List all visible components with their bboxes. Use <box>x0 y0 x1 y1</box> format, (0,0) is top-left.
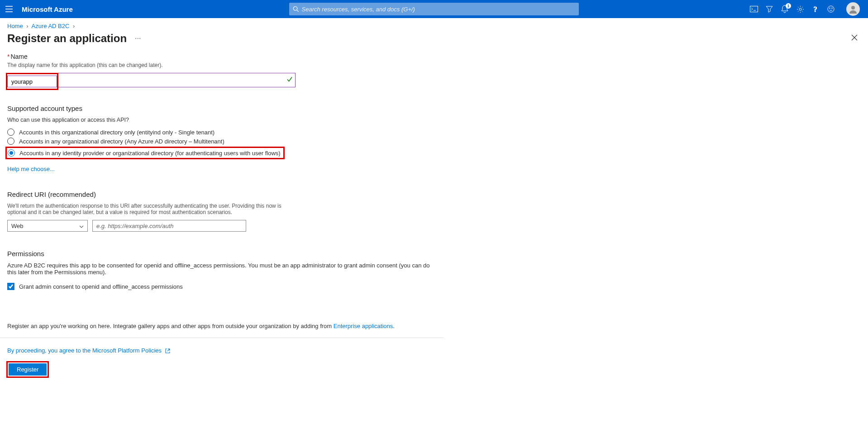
radio-label: Accounts in any organizational directory… <box>19 138 224 145</box>
permissions-desc: Azure AD B2C requires this app to be con… <box>7 262 436 276</box>
svg-point-2 <box>799 8 801 10</box>
name-hint: The display name for this application (t… <box>7 62 436 68</box>
highlight-register-button: Register <box>6 361 49 378</box>
user-avatar[interactable] <box>846 2 860 16</box>
brand-label: Microsoft Azure <box>22 5 73 13</box>
svg-point-7 <box>851 6 855 10</box>
redirect-uri-input[interactable] <box>92 220 246 232</box>
name-label: *Name <box>7 53 436 60</box>
footnote: Register an app you're working on here. … <box>7 323 436 329</box>
radio-icon-selected <box>8 149 15 157</box>
platform-value: Web <box>11 223 24 229</box>
header-icons: 1 ? <box>749 2 860 16</box>
close-blade-button[interactable] <box>848 31 861 44</box>
page-title: Register an application <box>7 32 127 45</box>
app-name-input[interactable] <box>7 76 57 87</box>
highlight-radio-idp: Accounts in any identity provider or org… <box>5 147 285 159</box>
svg-point-0 <box>293 6 297 10</box>
chevron-right-icon: › <box>73 23 75 29</box>
radio-label: Accounts in any identity provider or org… <box>19 150 281 157</box>
breadcrumb-home[interactable]: Home <box>7 23 23 29</box>
svg-point-6 <box>832 8 833 9</box>
policy-line: By proceeding, you agree to the Microsof… <box>7 347 436 354</box>
redirect-row: Web <box>7 220 436 232</box>
svg-point-4 <box>828 6 834 12</box>
svg-text:?: ? <box>814 5 817 13</box>
chevron-down-icon <box>79 223 84 229</box>
redirect-heading: Redirect URI (recommended) <box>7 191 436 198</box>
checkbox-checked-icon <box>7 283 14 290</box>
top-header: Microsoft Azure 1 ? <box>0 0 868 18</box>
radio-icon <box>7 129 14 136</box>
redirect-hint: We'll return the authentication response… <box>7 203 297 215</box>
svg-rect-1 <box>750 6 758 12</box>
settings-icon[interactable] <box>796 5 805 14</box>
search-input[interactable] <box>302 6 575 13</box>
account-types-subheading: Who can use this application or access t… <box>7 117 436 123</box>
page-header: Register an application ··· <box>0 29 868 53</box>
checkbox-label: Grant admin consent to openid and offlin… <box>19 283 183 290</box>
radio-any-idp[interactable]: Accounts in any identity provider or org… <box>8 149 281 157</box>
svg-point-5 <box>830 8 830 9</box>
app-name-input-extended[interactable] <box>58 73 296 87</box>
help-icon[interactable]: ? <box>811 5 820 14</box>
notifications-icon[interactable]: 1 <box>780 5 789 14</box>
check-icon <box>286 76 293 84</box>
account-types-heading: Supported account types <box>7 105 436 112</box>
more-actions-icon[interactable]: ··· <box>135 34 141 43</box>
enterprise-apps-link[interactable]: Enterprise applications <box>334 323 393 329</box>
search-container <box>289 3 579 15</box>
radio-multitenant[interactable]: Accounts in any organizational directory… <box>7 138 436 145</box>
breadcrumb-azure-ad-b2c[interactable]: Azure AD B2C <box>32 23 70 29</box>
hamburger-menu[interactable] <box>0 0 18 18</box>
feedback-icon[interactable] <box>826 5 835 14</box>
external-link-icon <box>165 348 170 353</box>
platform-select[interactable]: Web <box>7 220 88 232</box>
filter-icon[interactable] <box>765 5 774 14</box>
search-box[interactable] <box>289 3 579 15</box>
permissions-heading: Permissions <box>7 250 436 257</box>
admin-consent-checkbox-row[interactable]: Grant admin consent to openid and offlin… <box>7 283 436 290</box>
breadcrumb: Home › Azure AD B2C › <box>0 18 868 29</box>
search-icon <box>293 6 299 12</box>
help-me-choose-link[interactable]: Help me choose... <box>7 166 55 172</box>
chevron-right-icon: › <box>26 23 28 29</box>
radio-single-tenant[interactable]: Accounts in this organizational director… <box>7 129 436 136</box>
cloud-shell-icon[interactable] <box>749 5 758 14</box>
form-body: *Name The display name for this applicat… <box>0 53 444 385</box>
divider <box>0 338 444 338</box>
notification-badge: 1 <box>786 3 791 9</box>
register-button[interactable]: Register <box>9 363 47 376</box>
radio-icon <box>7 138 14 145</box>
highlight-name-input <box>6 73 58 90</box>
radio-label: Accounts in this organizational director… <box>19 129 215 136</box>
platform-policies-link[interactable]: By proceeding, you agree to the Microsof… <box>7 347 162 354</box>
